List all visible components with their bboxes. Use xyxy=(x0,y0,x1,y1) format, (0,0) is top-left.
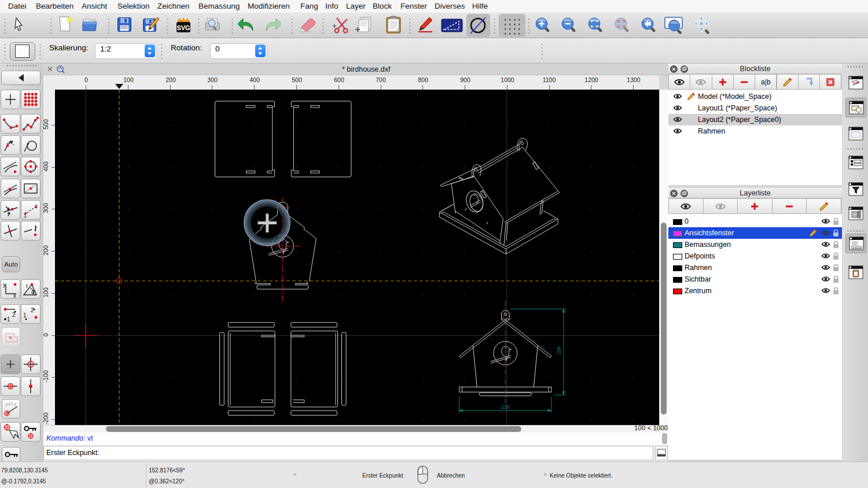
svg-text:2: 2 xyxy=(12,312,16,318)
svg-text:1: 1 xyxy=(7,316,10,323)
svg-text:1: 1 xyxy=(23,312,27,319)
svg-text:209: 209 xyxy=(556,346,562,354)
svg-text:a: a xyxy=(31,289,35,295)
svg-text:y: y xyxy=(3,282,6,288)
svg-text:2: 2 xyxy=(31,307,34,313)
svg-text:x: x xyxy=(13,293,16,298)
svg-text:SVG: SVG xyxy=(176,24,190,31)
svg-text:command: command xyxy=(852,247,861,249)
svg-text:220: 220 xyxy=(501,404,509,410)
svg-text:r: r xyxy=(26,283,28,289)
